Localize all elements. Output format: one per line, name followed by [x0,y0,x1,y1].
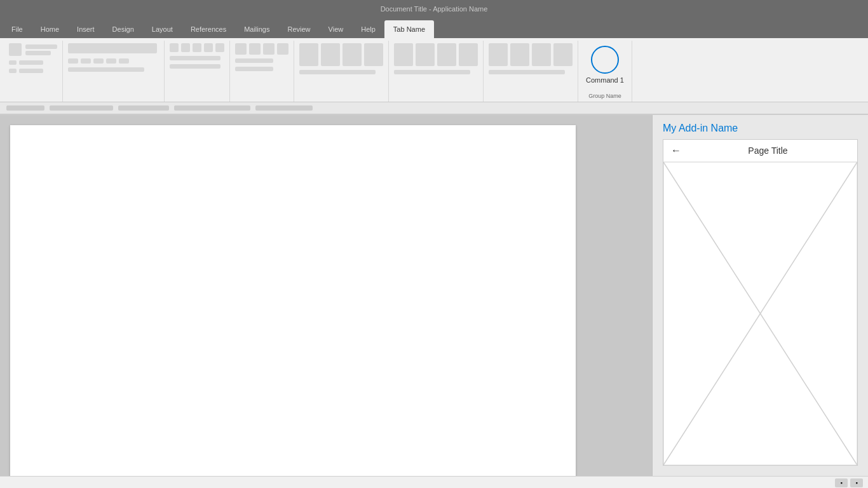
task-pane: My Add-in Name ← Page Title [652,115,868,476]
tab-insert[interactable]: Insert [68,20,104,38]
addin-name-label: My Add-in Name [663,123,738,133]
tab-review[interactable]: Review [279,20,320,38]
tab-references[interactable]: References [182,20,235,38]
ribbon-divider [0,102,868,114]
tab-layout[interactable]: Layout [143,20,182,38]
task-pane-content [663,162,857,465]
task-pane-page-header: ← Page Title [663,140,857,162]
tab-home[interactable]: Home [32,20,68,38]
ribbon-group-7 [484,41,578,102]
tab-file[interactable]: File [3,20,32,38]
tab-view[interactable]: View [320,20,353,38]
ribbon-group-5 [294,41,389,102]
tab-design[interactable]: Design [104,20,143,38]
tab-name[interactable]: Tab Name [384,20,434,38]
tab-mailings[interactable]: Mailings [235,20,278,38]
status-bar: ▪ ▪ [0,476,868,488]
task-pane-body: ← Page Title [663,139,858,466]
ribbon-group-2 [63,41,165,102]
ribbon-group-3 [165,41,230,102]
document-canvas[interactable] [0,115,652,476]
task-pane-header: My Add-in Name [653,115,868,139]
group-name-label: Group Name [588,93,621,102]
ribbon-group-1 [4,41,63,102]
back-button[interactable]: ← [671,145,681,156]
ribbon: File Home Insert Design Layout Reference… [0,18,868,115]
command-group: Command 1 Group Name [578,41,632,102]
tab-strip: File Home Insert Design Layout Reference… [0,18,868,38]
document-page [10,125,576,476]
status-btn-2[interactable]: ▪ [850,478,863,487]
ribbon-group-1-label [8,99,58,102]
placeholder-image [663,162,857,465]
main-area: My Add-in Name ← Page Title [0,115,868,476]
page-title: Page Title [686,146,850,156]
status-btn-1[interactable]: ▪ [835,478,848,487]
ribbon-group-4 [230,41,294,102]
title-bar-text: Document Title - Application Name [381,5,488,13]
title-bar: Document Title - Application Name [0,0,868,18]
ribbon-group-6 [389,41,484,102]
ribbon-content: Command 1 Group Name [0,38,868,102]
command-1-icon[interactable] [591,46,619,74]
command-1-label: Command 1 [586,76,624,84]
tab-help[interactable]: Help [352,20,384,38]
